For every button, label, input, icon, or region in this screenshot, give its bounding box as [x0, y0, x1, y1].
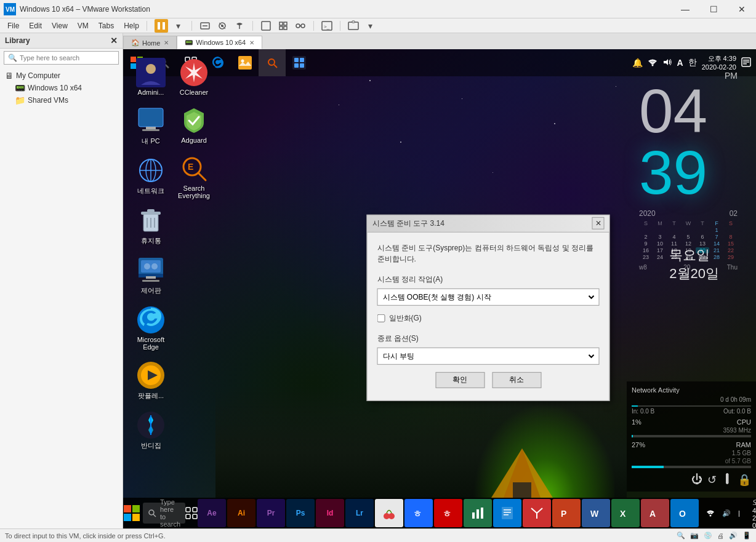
power-button[interactable]: ⏻: [691, 473, 702, 487]
desktop-icon-ccleaner[interactable]: CCleaner: [172, 55, 215, 98]
sysprep-title: 시스템 준비 도구 3.14: [372, 218, 592, 228]
tree-root[interactable]: 🖥 My Computer: [0, 70, 123, 82]
photos-taskbar-icon[interactable]: [231, 49, 259, 76]
statusbar-icon5[interactable]: 🔊: [729, 532, 738, 540]
shutdown-select[interactable]: 다시 부팅: [380, 351, 597, 361]
top-clock-ampm: 오후 4:39: [702, 54, 736, 63]
fullscreen-button[interactable]: [259, 19, 273, 33]
action-center-icon[interactable]: [741, 57, 751, 68]
sleep-button[interactable]: ⏽: [722, 473, 733, 487]
tray-cherry[interactable]: [375, 499, 403, 527]
tray-hanspreadsheet[interactable]: ㅎ: [434, 499, 462, 527]
tray-scissors[interactable]: [523, 499, 551, 527]
tray-ae[interactable]: Ae: [198, 499, 226, 527]
statusbar-icon1[interactable]: 🔍: [677, 532, 685, 540]
tray-ps[interactable]: Ps: [286, 499, 315, 527]
settings-taskbar-icon[interactable]: [286, 49, 313, 76]
menu-help[interactable]: Help: [119, 20, 144, 31]
tab-vm[interactable]: 📟 Windows 10 x64 ✕: [177, 36, 262, 49]
more-button[interactable]: ▾: [364, 19, 377, 33]
network-io: In: 0.0 B Out: 0.0 B: [632, 408, 751, 415]
tray-excel[interactable]: X: [611, 499, 640, 527]
desktop-icon-potplayer[interactable]: 팟플레...: [129, 358, 172, 403]
terminal-button[interactable]: >_: [320, 19, 334, 33]
tray-volume-icon[interactable]: [662, 57, 672, 68]
tray-pr[interactable]: Pr: [257, 499, 285, 527]
generalize-checkbox[interactable]: [377, 314, 385, 322]
dropdown-arrow-icon[interactable]: ▾: [172, 19, 185, 33]
taskbar-search-box[interactable]: Type here to search: [143, 503, 185, 524]
library-search-box[interactable]: 🔍: [4, 51, 119, 65]
cleanup-select-wrapper[interactable]: 시스템 OOBE(첫 실행 경험) 시작: [377, 288, 600, 305]
tree-shared-item[interactable]: 📁 Shared VMs: [0, 94, 123, 106]
desktop-icon-searcheverything[interactable]: E Search Everything: [172, 151, 215, 202]
revert-button[interactable]: [233, 19, 246, 33]
desktop-icon-edge[interactable]: Microsoft Edge: [129, 303, 172, 353]
statusbar-icon6[interactable]: 📱: [742, 532, 751, 540]
close-button[interactable]: ✕: [728, 0, 756, 18]
taskbar-start-button[interactable]: [123, 498, 140, 528]
shutdown-select-wrapper[interactable]: 다시 부팅: [377, 347, 600, 364]
desktop-icon-adguard[interactable]: Adguard: [172, 103, 215, 146]
maximize-button[interactable]: ☐: [699, 0, 728, 18]
home-tab-close[interactable]: ✕: [164, 39, 169, 46]
menu-tabs[interactable]: Tabs: [94, 20, 119, 31]
tray-wifi-icon[interactable]: [648, 57, 657, 68]
tray-pp[interactable]: P: [552, 499, 581, 527]
tab-home[interactable]: 🏠 Home ✕: [123, 36, 177, 49]
restart-button[interactable]: ↺: [707, 473, 717, 487]
taskbar-clock[interactable]: 오후 4:39 2020-02-20: [747, 498, 756, 529]
desktop-icon-admin[interactable]: Admini...: [129, 55, 172, 98]
minimize-button[interactable]: —: [671, 0, 699, 18]
tray-access[interactable]: A: [641, 499, 669, 527]
tray-volume-icon[interactable]: 🔊: [720, 508, 733, 519]
desktop-icon-mypc[interactable]: 내 PC: [129, 103, 172, 148]
menu-vm[interactable]: VM: [73, 20, 94, 31]
tray-word[interactable]: W: [582, 499, 610, 527]
cleanup-select[interactable]: 시스템 OOBE(첫 실행 경험) 시작: [380, 292, 597, 301]
library-search-input[interactable]: [20, 54, 115, 62]
task-view-button[interactable]: [185, 499, 198, 527]
menu-file[interactable]: File: [2, 20, 24, 31]
library-close-icon[interactable]: ✕: [110, 36, 118, 46]
tray-note[interactable]: [493, 499, 521, 527]
tray-id[interactable]: Id: [316, 499, 344, 527]
top-clock[interactable]: 오후 4:39 2020-02-20: [702, 54, 736, 72]
tray-outlook[interactable]: O: [670, 499, 699, 527]
menu-edit[interactable]: Edit: [24, 20, 47, 31]
snapshot-button[interactable]: [215, 19, 229, 33]
vm-tab-close[interactable]: ✕: [249, 39, 254, 46]
send-ctrl-alt-del-button[interactable]: [198, 19, 212, 33]
sysprep-ok-button[interactable]: 확인: [435, 372, 485, 388]
search-taskbar-icon[interactable]: [259, 49, 286, 76]
tray-ime-a-icon[interactable]: A: [677, 58, 683, 68]
sysprep-close-button[interactable]: ✕: [592, 217, 605, 229]
desktop-icon-trash[interactable]: 휴지통: [129, 203, 172, 248]
tray-network-icon[interactable]: [704, 507, 717, 519]
win-desktop[interactable]: 🔍: [123, 49, 756, 528]
menu-view[interactable]: View: [47, 20, 73, 31]
settings-button[interactable]: [347, 19, 360, 33]
lock-button[interactable]: 🔒: [738, 473, 751, 487]
tray-chart[interactable]: [464, 499, 492, 527]
desktop-icon-controlpanel[interactable]: 제어판: [129, 253, 172, 298]
statusbar-icon4[interactable]: 🖨: [717, 532, 724, 540]
unity-button[interactable]: [294, 19, 307, 33]
tray-lr[interactable]: Lr: [345, 499, 374, 527]
tray-show-desktop[interactable]: |: [736, 508, 742, 518]
tray-ai[interactable]: Ai: [227, 499, 255, 527]
statusbar-icon2[interactable]: 📷: [690, 532, 699, 540]
statusbar-icon3[interactable]: 💿: [704, 532, 712, 540]
desktop-icon-bandizip[interactable]: 반디집: [129, 408, 172, 453]
tray-ime-k-icon[interactable]: 한: [688, 57, 697, 68]
tray-notifications-icon[interactable]: 🔔: [632, 58, 643, 68]
tree-vm-item[interactable]: 📟 Windows 10 x64: [0, 82, 123, 94]
desktop-icon-network[interactable]: 네트워크: [129, 153, 172, 198]
fit-button[interactable]: [276, 19, 290, 33]
vm-display[interactable]: 🔍: [123, 49, 756, 528]
svg-rect-95: [502, 507, 513, 519]
sysprep-cancel-button[interactable]: 취소: [492, 372, 541, 388]
network-bar-fill: [632, 405, 638, 407]
pause-button[interactable]: [155, 19, 168, 33]
tray-hancom[interactable]: ㅎ: [404, 499, 433, 527]
